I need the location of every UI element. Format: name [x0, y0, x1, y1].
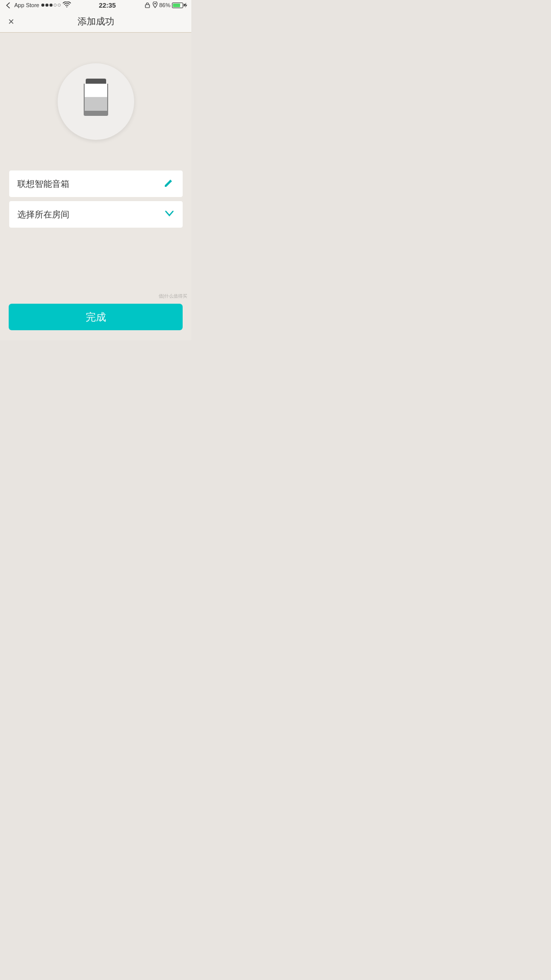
room-select-text: 选择所在房间: [17, 209, 164, 220]
device-name-text: 联想智能音箱: [17, 178, 163, 190]
edit-icon[interactable]: [163, 177, 174, 191]
watermark: 值|什么值得买: [159, 293, 187, 300]
speaker-upper: [85, 84, 107, 97]
speaker-body: [84, 84, 108, 112]
speaker-bottom: [84, 112, 108, 116]
signal-indicator: [41, 4, 61, 7]
location-icon: [153, 2, 158, 9]
status-left: App Store: [4, 1, 71, 9]
signal-dot-1: [41, 4, 44, 7]
status-right: 86%: [144, 2, 187, 9]
svg-point-1: [154, 3, 156, 5]
wifi-icon: [63, 2, 71, 9]
nav-title: 添加成功: [78, 15, 114, 28]
speaker-top: [86, 79, 106, 84]
main-content: 联想智能音箱 选择所在房间 完成 值|什么值得买: [0, 33, 191, 340]
app-store-label: App Store: [14, 2, 39, 8]
signal-dot-4: [54, 4, 57, 7]
done-button-label: 完成: [86, 310, 106, 324]
room-select-field[interactable]: 选择所在房间: [9, 201, 183, 228]
battery-percent: 86%: [159, 2, 170, 8]
speaker-icon: [82, 79, 110, 125]
form-container: 联想智能音箱 选择所在房间: [9, 170, 183, 228]
signal-dot-5: [58, 4, 61, 7]
status-time: 22:35: [99, 2, 116, 9]
device-name-field[interactable]: 联想智能音箱: [9, 170, 183, 197]
svg-rect-0: [145, 5, 149, 8]
battery-icon: [172, 3, 187, 8]
speaker-lower: [85, 97, 107, 111]
lock-icon: [144, 2, 151, 9]
device-icon-container: [58, 63, 134, 140]
chevron-down-icon[interactable]: [164, 210, 174, 219]
signal-dot-3: [49, 4, 53, 7]
nav-bar: × 添加成功: [0, 10, 191, 33]
done-button[interactable]: 完成: [9, 304, 183, 330]
close-button[interactable]: ×: [8, 16, 14, 27]
status-bar: App Store 22:35 86%: [0, 0, 191, 10]
back-arrow-icon: [4, 1, 12, 9]
signal-dot-2: [45, 4, 48, 7]
